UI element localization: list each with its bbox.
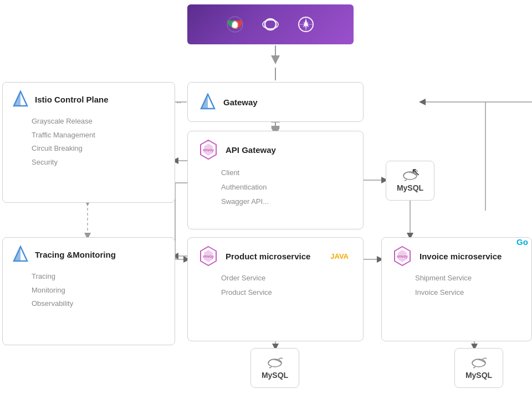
safari-icon bbox=[296, 14, 316, 34]
gateway-title: Gateway bbox=[223, 98, 258, 107]
api-gateway-title: API Gateway bbox=[226, 145, 276, 155]
istio-title: Istio Control Plane bbox=[35, 95, 109, 104]
java-label: JAVA bbox=[330, 252, 349, 260]
gateway-panel: Gateway bbox=[187, 82, 364, 122]
api-item-2: Authentication bbox=[221, 180, 352, 195]
tracing-item-3: Observability bbox=[32, 297, 163, 311]
product-item-1: Order Service bbox=[221, 271, 352, 285]
mysql-dolphin-icon-bc bbox=[266, 356, 284, 369]
product-list: Order Service Product Service bbox=[188, 271, 363, 305]
svg-point-24 bbox=[232, 22, 238, 27]
istio-list: Grayscale Release Traffic Management Cir… bbox=[3, 112, 175, 175]
tracing-sail-icon bbox=[12, 245, 29, 263]
invoice-panel: envoy Invoice microservice Shipment Serv… bbox=[381, 237, 532, 341]
ie-icon bbox=[260, 14, 280, 34]
mysql-dolphin-icon-br bbox=[470, 356, 488, 369]
product-item-2: Product Service bbox=[221, 285, 352, 300]
api-gateway-panel: envoy API Gateway Client Authentication … bbox=[187, 131, 364, 229]
istio-item-2: Traffic Management bbox=[32, 129, 163, 142]
api-gateway-header: envoy API Gateway bbox=[188, 131, 363, 166]
invoice-item-1: Shipment Service bbox=[415, 271, 520, 285]
browser-bar bbox=[187, 4, 354, 44]
envoy-icon-invoice: envoy bbox=[392, 245, 413, 267]
product-title: Product microservice bbox=[226, 252, 310, 261]
istio-panel: Istio Control Plane Grayscale Release Tr… bbox=[2, 82, 175, 203]
istio-item-3: Circuit Breaking bbox=[32, 142, 163, 156]
invoice-list: Shipment Service Invoice Service bbox=[382, 271, 531, 305]
svg-text:↔: ↔ bbox=[175, 98, 182, 106]
mysql-label-br: MySQL bbox=[466, 371, 492, 380]
tracing-list: Tracing Monitoring Observability bbox=[3, 268, 175, 316]
chrome-icon bbox=[225, 14, 245, 34]
invoice-title: Invoice microservice bbox=[420, 252, 502, 261]
svg-text:envoy: envoy bbox=[203, 148, 214, 152]
tracing-item-1: Tracing bbox=[32, 270, 163, 284]
envoy-icon-product: envoy bbox=[198, 245, 219, 267]
product-panel: envoy Product microservice JAVA Order Se… bbox=[187, 237, 364, 341]
mysql-dolphin-icon-tr bbox=[401, 169, 419, 181]
istio-item-1: Grayscale Release bbox=[32, 115, 163, 129]
mysql-label-bc: MySQL bbox=[262, 371, 288, 380]
istio-header: Istio Control Plane bbox=[3, 83, 175, 112]
api-item-1: Client bbox=[221, 166, 352, 180]
tracing-title: Tracing &Monitoring bbox=[35, 250, 116, 259]
envoy-icon-api: envoy bbox=[198, 139, 219, 160]
gateway-sail-icon bbox=[199, 93, 217, 111]
svg-text:envoy: envoy bbox=[203, 254, 214, 259]
mysql-box-bottom-center: MySQL bbox=[250, 348, 299, 388]
tracing-item-2: Monitoring bbox=[32, 284, 163, 298]
mysql-box-bottom-right: MySQL bbox=[454, 348, 503, 388]
istio-sail-icon bbox=[12, 90, 29, 108]
api-gateway-list: Client Authentication Swagger API... bbox=[188, 166, 363, 214]
tracing-panel: Tracing &Monitoring Tracing Monitoring O… bbox=[2, 237, 175, 345]
invoice-item-2: Invoice Service bbox=[415, 285, 520, 300]
mysql-box-top-right: MySQL bbox=[386, 161, 434, 201]
mysql-label-tr: MySQL bbox=[397, 183, 423, 192]
invoice-header: envoy Invoice microservice bbox=[382, 238, 531, 271]
tracing-header: Tracing &Monitoring bbox=[3, 238, 175, 268]
istio-item-4: Security bbox=[32, 156, 163, 170]
product-header: envoy Product microservice JAVA bbox=[188, 238, 363, 271]
api-item-3: Swagger API... bbox=[221, 195, 352, 209]
svg-text:envoy: envoy bbox=[397, 254, 408, 259]
go-label: Go bbox=[516, 237, 528, 247]
